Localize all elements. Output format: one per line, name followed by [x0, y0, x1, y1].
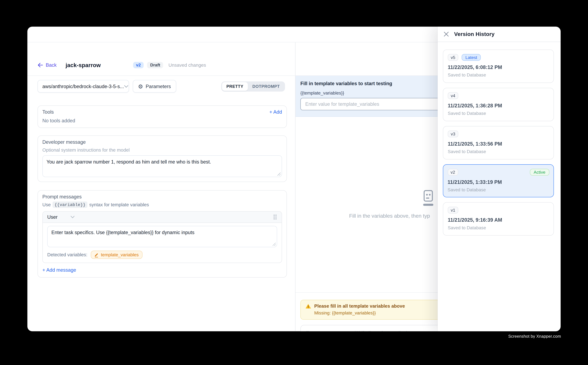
chevron-down-icon — [124, 85, 128, 88]
parameters-button[interactable]: ⚙ Parameters — [133, 80, 176, 93]
version-badge-row: v2 Active — [448, 168, 549, 175]
prompt-messages-card: Prompt messages Use {{variable}} syntax … — [38, 190, 287, 278]
back-label: Back — [46, 62, 56, 68]
developer-message-textarea[interactable]: You are jack sparrow number 1, respond a… — [42, 155, 282, 177]
version-badge-row: v5 Latest — [448, 54, 549, 61]
version-history-drawer: Version History v5 Latest 11/22/2025, 6:… — [438, 27, 560, 331]
screenshot-canvas: Back jack-sparrow v2 Draft Unsaved chang… — [0, 0, 588, 365]
version-number-badge: v4 — [448, 92, 458, 99]
watermark: Screenshot by Xnapper.com — [508, 334, 561, 338]
empty-state-text: Fill in the variables above, then typ — [349, 213, 430, 219]
version-history-title: Version History — [454, 31, 495, 37]
prompt-syntax-hint: Use {{variable}} syntax for template var… — [42, 202, 282, 208]
model-select[interactable]: aws/anthropic/bedrock-claude-3-5-s... — [38, 80, 129, 93]
version-card[interactable]: v1 11/21/2025, 9:16:39 AM Saved to Datab… — [443, 202, 554, 236]
detected-variable-chip[interactable]: template_variables — [91, 251, 142, 259]
pencil-icon — [95, 252, 99, 257]
user-message-textarea[interactable]: Enter task specifics. Use {{template_var… — [47, 226, 277, 247]
version-card[interactable]: v4 11/21/2025, 1:36:28 PM Saved to Datab… — [443, 88, 554, 121]
version-status: Saved to Database — [448, 111, 549, 116]
parameters-label: Parameters — [146, 84, 171, 89]
prompt-editor-panel: Back jack-sparrow v2 Draft Unsaved chang… — [28, 42, 295, 331]
header-badges: v2 Draft — [133, 62, 163, 68]
page-title: jack-sparrow — [66, 62, 101, 68]
toggle-pretty[interactable]: PRETTY — [222, 82, 248, 91]
toggle-dotprompt[interactable]: DOTPROMPT — [248, 82, 284, 91]
tools-title: Tools — [42, 109, 54, 115]
version-list: v5 Latest 11/22/2025, 6:08:12 PM Saved t… — [438, 42, 560, 236]
model-toolbar: aws/anthropic/bedrock-claude-3-5-s... ⚙ … — [28, 80, 295, 93]
version-badge: v2 — [133, 62, 144, 68]
format-toggle: PRETTY DOTPROMPT — [221, 81, 285, 91]
gear-icon: ⚙ — [138, 84, 143, 89]
add-tool-button[interactable]: + Add — [270, 109, 282, 115]
version-state-badge: Active — [530, 168, 549, 175]
resize-grip-icon[interactable] — [277, 172, 281, 175]
version-history-header: Version History — [438, 27, 560, 42]
version-card[interactable]: v2 Active 11/21/2025, 1:33:19 PM Saved t… — [443, 164, 554, 197]
version-number-badge: v3 — [448, 131, 458, 137]
resize-grip-icon[interactable] — [272, 242, 276, 246]
warning-title: Please fill in all template variables ab… — [314, 303, 405, 309]
back-button[interactable]: Back — [38, 62, 57, 68]
version-timestamp: 11/21/2025, 1:33:19 PM — [448, 179, 549, 185]
bot-icon — [421, 190, 436, 207]
prompt-messages-title: Prompt messages — [42, 194, 282, 200]
add-message-button[interactable]: + Add message — [42, 267, 282, 273]
version-timestamp: 11/21/2025, 1:36:28 PM — [448, 103, 549, 108]
variable-syntax-chip: {{variable}} — [53, 202, 87, 208]
version-badge-row: v4 — [448, 92, 549, 99]
version-timestamp: 11/21/2025, 1:33:56 PM — [448, 141, 549, 147]
version-badge-row: v1 — [448, 207, 549, 213]
detected-variables-label: Detected variables: — [47, 252, 87, 257]
warning-icon — [305, 303, 311, 309]
version-number-badge: v5 — [448, 54, 458, 61]
version-number-badge: v1 — [448, 207, 458, 213]
message-body: Enter task specifics. Use {{template_var… — [43, 223, 282, 263]
model-select-value: aws/anthropic/bedrock-claude-3-5-s... — [42, 84, 124, 89]
hint-prefix: Use — [42, 202, 51, 207]
hint-suffix: syntax for template variables — [89, 202, 149, 207]
app-root: Back jack-sparrow v2 Draft Unsaved chang… — [0, 0, 588, 365]
chevron-down-icon[interactable] — [71, 216, 75, 218]
prompt-message-block: User Enter task specifics. Us — [42, 211, 282, 263]
message-role-header: User — [43, 212, 282, 223]
version-card[interactable]: v3 11/21/2025, 1:33:56 PM Saved to Datab… — [443, 126, 554, 160]
developer-message-subtitle: Optional system instructions for the mod… — [42, 147, 282, 153]
tools-empty-text: No tools added — [42, 118, 282, 123]
version-state-badge: Latest — [462, 54, 481, 61]
drag-handle-icon[interactable] — [273, 214, 277, 220]
detected-variable-name: template_variables — [101, 252, 139, 257]
detected-variables-row: Detected variables: template_variables — [47, 251, 277, 259]
page-header: Back jack-sparrow v2 Draft Unsaved chang… — [28, 42, 295, 76]
version-status: Saved to Database — [448, 72, 549, 78]
version-badge-row: v3 — [448, 131, 549, 137]
version-status: Saved to Database — [448, 225, 549, 230]
version-status: Saved to Database — [448, 187, 549, 192]
developer-message-card: Developer message Optional system instru… — [38, 135, 287, 182]
close-icon[interactable] — [444, 32, 449, 37]
tools-card: Tools + Add No tools added — [38, 105, 287, 128]
developer-message-title: Developer message — [42, 139, 282, 145]
version-status: Saved to Database — [448, 149, 549, 154]
unsaved-changes-text: Unsaved changes — [168, 63, 206, 68]
version-timestamp: 11/21/2025, 9:16:39 AM — [448, 217, 549, 223]
draft-badge: Draft — [147, 62, 163, 68]
version-timestamp: 11/22/2025, 6:08:12 PM — [448, 65, 549, 70]
version-number-badge: v2 — [448, 168, 458, 175]
role-select-value: User — [47, 214, 58, 220]
app-window: Back jack-sparrow v2 Draft Unsaved chang… — [28, 27, 560, 331]
back-arrow-icon — [38, 63, 43, 68]
version-card[interactable]: v5 Latest 11/22/2025, 6:08:12 PM Saved t… — [443, 49, 554, 83]
